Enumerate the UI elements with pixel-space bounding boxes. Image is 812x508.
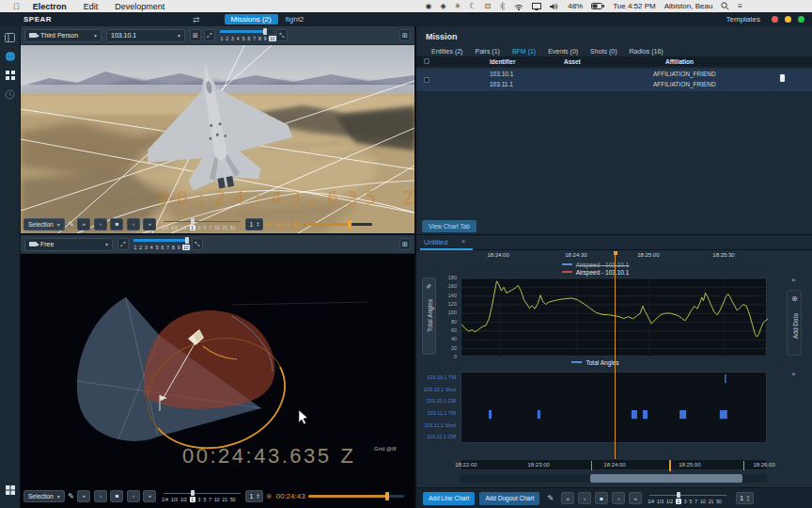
jump-start-button[interactable]: « — [561, 492, 574, 504]
apple-menu-icon[interactable]:  — [13, 2, 20, 11]
speed-option-3[interactable]: 3 — [684, 499, 687, 504]
speed-option-21[interactable]: 21 — [709, 499, 714, 504]
step-spinner[interactable]: 1▲▼ — [736, 492, 754, 504]
timeline-scrubber[interactable] — [304, 223, 372, 226]
speed-option-1/2[interactable]: 1/2 — [180, 225, 187, 230]
menu-user[interactable]: Albiston, Beau — [664, 2, 713, 10]
speed-selector[interactable]: 1/41/31/21357102150 — [162, 489, 242, 503]
camera-slot-2[interactable]: 2 — [139, 245, 143, 250]
detach-button[interactable]: ⤡ — [192, 238, 203, 250]
document-icon[interactable] — [780, 74, 785, 82]
clock-icon[interactable] — [4, 87, 17, 101]
step-spinner[interactable]: 1▲▼ — [245, 218, 263, 230]
chart-scrollbar[interactable] — [461, 474, 767, 483]
speed-option-7[interactable]: 7 — [695, 499, 697, 504]
view-chart-tab-button[interactable]: View Chart Tab — [422, 220, 476, 232]
camera-slot-7[interactable]: 7 — [253, 36, 257, 41]
camera-slot-8[interactable]: 8 — [258, 36, 261, 41]
camera-slot-10[interactable]: 10 — [182, 245, 190, 250]
camera-slot-3[interactable]: 3 — [231, 36, 235, 41]
overview-time-axis[interactable]: 18:22:0018:23:0018:24:0018:25:0018:26:00 — [461, 459, 767, 470]
legend-airspeed-2[interactable]: Airspeed - 103.10.1 — [416, 268, 774, 276]
camera-slot-1[interactable]: 1 — [133, 245, 137, 250]
edit-pencil-icon[interactable]: ✎ — [68, 220, 74, 229]
chart-tab-untitled[interactable]: Untitled — [424, 238, 447, 246]
expand-button[interactable]: ⤢ — [204, 29, 215, 41]
globe-icon[interactable] — [4, 50, 17, 63]
tab-missions[interactable]: Missions (2) — [225, 14, 278, 24]
selection-dropdown[interactable]: Selection▾ — [23, 490, 65, 502]
speed-option-1/2[interactable]: 1/2 — [180, 497, 187, 502]
camera-slider[interactable] — [133, 239, 188, 242]
record-icon[interactable]: ◉ — [425, 2, 431, 10]
tab-switcher-icon[interactable]: ⇄ — [193, 15, 200, 24]
step-back-button[interactable]: ‹ — [94, 218, 107, 230]
menu-edit[interactable]: Edit — [84, 2, 99, 11]
camera-slot-2[interactable]: 2 — [226, 36, 229, 41]
camera-slot-selector-bottom[interactable]: 12345678910 — [133, 237, 188, 252]
jump-end-button[interactable]: » — [143, 490, 156, 502]
speed-selector[interactable]: 1/41/31/21357102150 — [162, 217, 242, 231]
speed-option-3[interactable]: 3 — [198, 497, 201, 502]
jump-end-button[interactable]: » — [143, 218, 156, 230]
camera-slot-3[interactable]: 3 — [145, 245, 148, 250]
menu-electron[interactable]: Electron — [33, 2, 67, 11]
horizontal-divider-right[interactable] — [416, 234, 812, 235]
grid-view-button[interactable]: ⊞ — [190, 29, 201, 41]
lock-icon[interactable]: ⊡ — [485, 2, 492, 10]
templates-button[interactable]: Templates — [726, 15, 760, 24]
speed-option-5[interactable]: 5 — [203, 225, 206, 230]
selection-dropdown[interactable]: Selection▾ — [23, 218, 65, 230]
speed-option-1/4[interactable]: 1/4 — [162, 497, 168, 502]
tab-fight2[interactable]: fight2 — [286, 15, 304, 24]
mission-row-103.11.1[interactable]: 103.11.1AFFILIATION_FRIEND — [416, 81, 812, 91]
airplay-icon[interactable] — [532, 3, 541, 10]
speed-option-1[interactable]: 1 — [190, 225, 195, 230]
col-affiliation[interactable]: Affiliation — [665, 58, 694, 65]
camera-mode-dropdown[interactable]: Third Person ▾ — [24, 29, 102, 42]
camera-slot-5[interactable]: 5 — [155, 245, 159, 250]
layout-icon[interactable] — [4, 31, 17, 44]
timeline-scrubber[interactable] — [308, 495, 404, 498]
detach-button[interactable]: ⤡ — [276, 29, 288, 41]
y-axis-button[interactable]: ✎ Total Angles — [422, 278, 436, 355]
camera-slot-6[interactable]: 6 — [161, 245, 164, 250]
speed-option-10[interactable]: 10 — [700, 499, 706, 504]
stop-button[interactable]: ■ — [110, 490, 123, 502]
speed-option-1/3[interactable]: 1/3 — [171, 497, 178, 502]
step-back-button[interactable]: ‹ — [94, 490, 107, 502]
notification-center-icon[interactable]: ≡ — [738, 2, 742, 10]
edit-pencil-icon[interactable]: ✎ — [547, 494, 554, 502]
camera-slot-1[interactable]: 1 — [220, 36, 224, 41]
speed-option-21[interactable]: 21 — [223, 225, 228, 230]
jump-end-button[interactable]: » — [629, 492, 642, 504]
bluetooth-icon[interactable] — [499, 2, 506, 10]
legend-total-angles[interactable]: Total Angles — [416, 358, 774, 366]
apps-grid-icon[interactable] — [4, 69, 17, 82]
jump-start-button[interactable]: « — [77, 490, 90, 502]
camera-slot-selector-top[interactable]: 12345678910 — [220, 28, 273, 43]
speed-option-50[interactable]: 50 — [230, 225, 236, 230]
horizontal-divider-left[interactable] — [0, 233, 414, 235]
speed-option-10[interactable]: 10 — [214, 225, 220, 230]
add-data-button[interactable]: ⊕ Add Data — [787, 290, 802, 356]
speed-option-1/3[interactable]: 1/3 — [657, 499, 664, 504]
add-line-chart-button[interactable]: Add Line Chart — [423, 492, 475, 505]
speed-option-1/4[interactable]: 1/4 — [648, 499, 654, 504]
panel-grid-button[interactable]: ⊞ — [399, 29, 411, 41]
menu-development[interactable]: Development — [115, 2, 164, 11]
volume-icon[interactable] — [550, 3, 559, 10]
spotlight-search-icon[interactable] — [721, 2, 729, 10]
speed-option-1/2[interactable]: 1/2 — [666, 499, 673, 504]
close-line-chart-icon[interactable]: × — [791, 276, 796, 284]
camera-slot-4[interactable]: 4 — [149, 245, 153, 250]
window-grid-icon[interactable] — [4, 484, 17, 497]
camera-slot-10[interactable]: 10 — [269, 36, 276, 41]
viewport-3d-third-person[interactable]: 00:24:43.635 Z Third Person ▾ 103.10.1 ▾… — [21, 26, 414, 233]
vertical-divider[interactable] — [414, 26, 416, 508]
camera-slot-8[interactable]: 8 — [171, 245, 175, 250]
legend-airspeed-1[interactable]: Airspeed - 103.10.1 — [416, 261, 774, 268]
step-spinner[interactable]: 1▲▼ — [245, 490, 263, 502]
camera-slot-6[interactable]: 6 — [247, 36, 251, 41]
edit-pencil-icon[interactable]: ✎ — [68, 492, 74, 500]
